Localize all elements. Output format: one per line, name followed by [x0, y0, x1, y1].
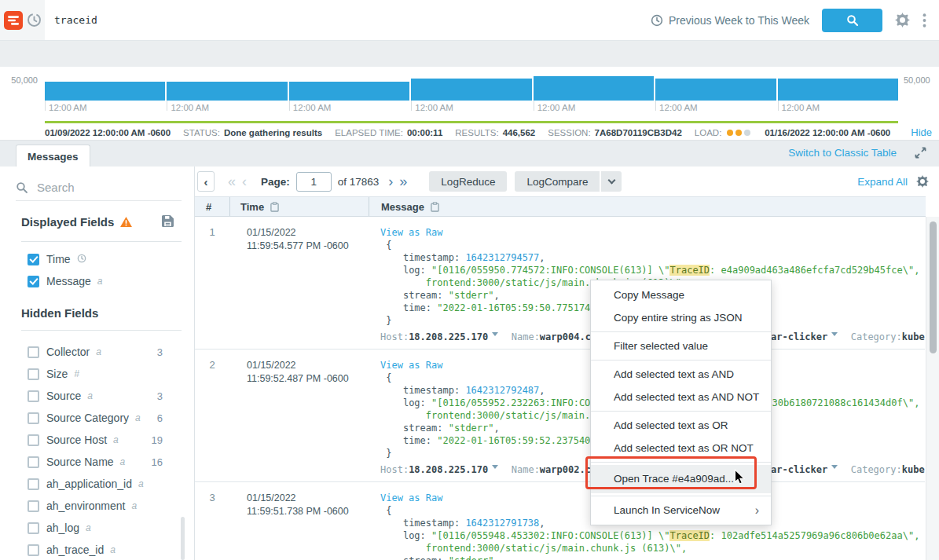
hidden-field-source-host[interactable]: Source Hosta19: [0, 429, 194, 451]
menu-item-3[interactable]: Add selected text as AND: [591, 363, 771, 386]
hidden-field-ah-environment[interactable]: ah_environmenta: [0, 495, 194, 517]
histogram-bar[interactable]: [411, 79, 531, 101]
time-range-bar[interactable]: [45, 121, 898, 123]
field-checkbox[interactable]: [28, 478, 39, 490]
run-search-button[interactable]: [822, 9, 882, 32]
displayed-fields-list: TimeMessagea: [0, 248, 194, 292]
logcompare-dropdown-button[interactable]: [601, 171, 622, 192]
hide-histogram-link[interactable]: Hide: [911, 126, 932, 138]
menu-item-5[interactable]: Add selected text as OR: [591, 414, 771, 437]
field-checkbox[interactable]: [28, 254, 39, 265]
header-spacer-band: [0, 41, 939, 67]
copy-column-icon[interactable]: [270, 202, 279, 212]
dropdown-triangle-icon[interactable]: [492, 465, 498, 472]
field-checkbox[interactable]: [28, 434, 39, 446]
app-logo-icon[interactable]: [4, 11, 23, 30]
column-header-number[interactable]: #: [195, 197, 229, 216]
histogram-bar[interactable]: [45, 82, 165, 101]
warning-icon[interactable]: [120, 217, 132, 227]
hidden-field-collector[interactable]: Collectora3: [0, 341, 194, 363]
field-checkbox[interactable]: [28, 390, 39, 402]
hidden-field-source-name[interactable]: Source Namea16: [0, 451, 194, 473]
histogram-bar[interactable]: [778, 79, 898, 101]
x-tick-label: 12:00 AM: [49, 103, 87, 112]
settings-gear-icon[interactable]: [895, 13, 910, 27]
column-header-time[interactable]: Time: [229, 197, 369, 216]
first-page-icon[interactable]: «: [225, 174, 239, 190]
histogram-bar[interactable]: [289, 82, 409, 101]
page-number-input[interactable]: [296, 172, 332, 192]
search-history-icon[interactable]: [27, 13, 42, 27]
dropdown-triangle-icon[interactable]: [831, 332, 838, 339]
next-page-icon[interactable]: ›: [385, 174, 396, 190]
field-checkbox[interactable]: [28, 544, 39, 556]
save-fields-icon[interactable]: [162, 215, 174, 227]
log-line: frontend:3000/static/js/main.chunk.js (6…: [380, 542, 925, 555]
field-search-input[interactable]: [37, 181, 155, 194]
logreduce-button[interactable]: LogReduce: [429, 171, 507, 192]
cell-time[interactable]: 01/15/202211:59:54.577 PM -0600: [229, 217, 369, 345]
field-type-marker: [77, 254, 86, 265]
menu-item-1[interactable]: Copy entire string as JSON: [591, 306, 771, 329]
field-checkbox[interactable]: [28, 346, 39, 358]
field-checkbox[interactable]: [28, 412, 39, 424]
x-tick-mark: [289, 101, 290, 111]
menu-item-0[interactable]: Copy Message: [591, 284, 771, 306]
hidden-field-ah-application-id[interactable]: ah_application_ida: [0, 473, 194, 495]
field-search-box[interactable]: [16, 174, 182, 201]
time-range-picker[interactable]: Previous Week to This Week: [651, 14, 809, 27]
last-page-icon[interactable]: »: [396, 174, 410, 190]
menu-item-4[interactable]: Add selected text as AND NOT: [591, 386, 771, 408]
expand-all-link[interactable]: Expand All: [857, 176, 908, 188]
table-row: 201/15/202211:59:52.487 PM -0600View as …: [195, 350, 925, 482]
divider: [21, 241, 182, 242]
search-icon: [16, 181, 28, 194]
hidden-field-ah-trace-id[interactable]: ah_trace_ida: [0, 539, 194, 560]
table-header: # Time Message: [195, 196, 926, 217]
menu-item-8[interactable]: Launch In ServiceNow›: [591, 499, 771, 522]
histogram-bar[interactable]: [655, 79, 776, 101]
page-total: of 17863: [338, 176, 380, 188]
histogram-bar-cell: 12:00 AM: [778, 67, 898, 101]
table-settings-gear-icon[interactable]: [916, 175, 929, 188]
column-header-message[interactable]: Message: [369, 197, 926, 216]
hidden-field-ah-log[interactable]: ah_loga: [0, 517, 194, 539]
histogram-bar[interactable]: [167, 82, 287, 101]
sidebar-scrollbar[interactable]: [181, 517, 185, 560]
x-tick-mark: [411, 101, 412, 111]
cell-time[interactable]: 01/15/202211:59:51.738 PM -0600: [229, 482, 369, 560]
messages-scrollbar-track[interactable]: [926, 217, 939, 560]
logcompare-button[interactable]: LogCompare: [515, 171, 600, 192]
fullscreen-expand-icon[interactable]: [915, 147, 926, 159]
messages-scrollbar-thumb[interactable]: [930, 221, 937, 353]
view-as-raw-link[interactable]: View as Raw: [380, 226, 925, 239]
field-checkbox[interactable]: [28, 522, 39, 534]
y-axis-label-right: 50,000: [904, 75, 930, 85]
collapse-sidebar-button[interactable]: ‹: [197, 171, 215, 192]
search-query-input[interactable]: traceid: [45, 14, 651, 26]
dropdown-triangle-icon[interactable]: [831, 465, 838, 472]
field-checkbox[interactable]: [28, 456, 39, 468]
menu-item-7[interactable]: Open Trace #e4a909ad...: [591, 465, 771, 493]
hidden-field-source-category[interactable]: Source Categorya6: [0, 407, 194, 429]
field-checkbox[interactable]: [28, 500, 39, 512]
dropdown-triangle-icon[interactable]: [492, 332, 498, 339]
menu-item-6[interactable]: Add selected text as OR NOT: [591, 437, 771, 459]
field-checkbox[interactable]: [28, 368, 39, 380]
histogram-bar[interactable]: [534, 76, 654, 101]
tab-messages[interactable]: Messages: [16, 145, 90, 167]
menu-divider: [591, 462, 771, 463]
displayed-field-time[interactable]: Time: [0, 248, 194, 270]
hidden-field-source[interactable]: Sourcea3: [0, 385, 194, 407]
switch-to-classic-table-link[interactable]: Switch to Classic Table: [788, 147, 897, 159]
field-checkbox[interactable]: [28, 276, 39, 287]
displayed-fields-title: Displayed Fields: [21, 215, 132, 229]
copy-column-icon[interactable]: [431, 202, 439, 212]
cell-time[interactable]: 01/15/202211:59:52.487 PM -0600: [229, 350, 369, 478]
hidden-field-size[interactable]: Size#: [0, 363, 194, 385]
previous-page-icon[interactable]: ‹: [239, 174, 250, 190]
field-label: Size: [46, 368, 68, 380]
kebab-menu-icon[interactable]: [922, 13, 926, 27]
menu-item-2[interactable]: Filter selected value: [591, 335, 771, 357]
displayed-field-message[interactable]: Messagea: [0, 270, 194, 292]
